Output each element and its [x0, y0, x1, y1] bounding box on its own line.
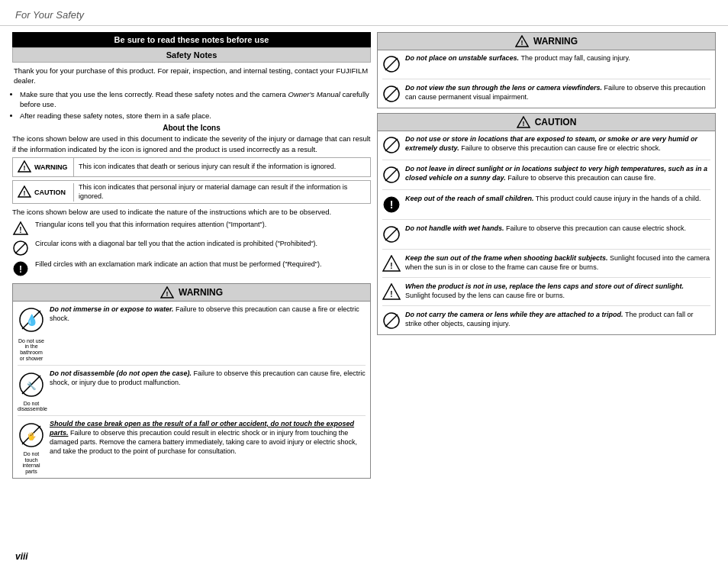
bullet-1: Make sure that you use the lens correctl…	[20, 89, 371, 110]
svg-text:💧: 💧	[25, 314, 39, 327]
left-warn-item-3: 🖐 Do not touch internal parts Should the…	[18, 419, 366, 475]
right-caution-triangle-icon: !	[517, 116, 530, 128]
caution-icon-label: ! CAUTION	[13, 183, 74, 202]
left-warning-label: WARNING	[179, 287, 223, 298]
keep-away-children-icon: !	[382, 195, 401, 215]
bullet-2: After reading these safety notes, store …	[20, 111, 371, 121]
right-caution-text-2: Do not leave in direct sunlight or in lo…	[405, 164, 710, 182]
right-warn-text-1: Do not place on unstable surfaces. The p…	[405, 53, 630, 63]
safety-intro: Thank you for your purchase of this prod…	[12, 63, 371, 88]
filled-desc: Filled circles with an exclamation mark …	[35, 260, 322, 269]
left-warn-text-2: Do not disassemble (do not open the case…	[50, 369, 366, 387]
warning-icon-row: ! WARNING This icon indicates that death…	[12, 157, 371, 177]
triangle-icon-caution: !	[18, 185, 31, 199]
left-warn-text-1: Do not immerse in or expose to water. Fa…	[50, 305, 366, 323]
exclaim-circle-symbol: !	[12, 260, 29, 279]
caution-icon-row: ! CAUTION This icon indicates that perso…	[12, 180, 371, 204]
circular-desc: Circular icons with a diagonal bar tell …	[35, 240, 317, 249]
right-caution-item-6: ! When the product is not in use, replac…	[382, 282, 710, 306]
svg-text:!: !	[24, 164, 26, 172]
right-column: ! WARNING Do not place on unstable surfa…	[377, 32, 716, 479]
right-caution-item-4: Do not handle with wet hands. Failure to…	[382, 224, 710, 250]
right-caution-text-3: Keep out of the reach of small children.…	[405, 194, 701, 203]
svg-text:!: !	[166, 290, 169, 298]
left-column: Be sure to read these notes before use S…	[12, 32, 371, 479]
safety-notes-header: Safety Notes	[12, 47, 371, 63]
svg-line-24	[385, 58, 398, 70]
right-caution-item-2: Do not leave in direct sunlight or in lo…	[382, 164, 710, 190]
warning-label: WARNING	[34, 163, 68, 171]
warning-icon-desc: This icon indicates that death or seriou…	[74, 160, 340, 174]
right-caution-header: ! CAUTION	[377, 113, 716, 131]
right-caution-item-1: Do not use or store in locations that ar…	[382, 134, 710, 160]
triangular-desc: Triangular icons tell you that this info…	[35, 221, 266, 230]
right-caution-text-6: When the product is not in use, replace …	[405, 282, 710, 300]
safety-bullets: Make sure that you use the lens correctl…	[12, 89, 371, 121]
caution-icon-desc: This icon indicates that personal injury…	[74, 181, 370, 203]
no-sunlight-store-icon	[382, 166, 401, 185]
svg-line-42	[385, 315, 398, 327]
no-humid-icon	[382, 136, 401, 156]
backlit-warning-icon: !	[382, 255, 401, 273]
right-warning-label: WARNING	[533, 36, 578, 47]
about-icons-heading: About the Icons	[12, 124, 371, 132]
no-wet-hands-icon	[382, 225, 401, 245]
svg-text:!: !	[522, 120, 524, 127]
svg-line-30	[385, 139, 398, 151]
svg-line-7	[15, 243, 26, 253]
no-tripod-carry-icon	[382, 311, 401, 331]
right-warn-text-2: Do not view the sun through the lens or …	[405, 83, 710, 102]
left-warn-text-3: Should the case break open as the result…	[50, 419, 366, 456]
svg-text:!: !	[390, 290, 392, 298]
page-header: For Your Safety	[0, 0, 728, 26]
right-caution-item-3: ! Keep out of the reach of small childre…	[382, 194, 710, 220]
right-warning-content: Do not place on unstable surfaces. The p…	[377, 50, 716, 108]
svg-text:!: !	[521, 39, 523, 47]
right-warning-header: ! WARNING	[377, 32, 716, 50]
triangle-symbol: !	[12, 221, 29, 237]
svg-text:🖐: 🖐	[27, 431, 37, 441]
caution-label: CAUTION	[34, 189, 66, 196]
icons-nature-intro: The icons shown below are used to indica…	[12, 207, 371, 217]
right-caution-item-7: Do not carry the camera or lens while th…	[382, 310, 710, 331]
about-icons-intro: The icons shown below are used in this d…	[12, 134, 371, 154]
no-touch-icon: 🖐 Do not touch internal parts	[18, 421, 45, 475]
right-caution-item-5: ! Keep the sun out of the frame when sho…	[382, 253, 710, 278]
left-warning-content: 💧 Do not use in the bathroom or shower D…	[12, 301, 371, 479]
no-unstable-icon	[382, 55, 401, 75]
triangular-icon-row: ! Triangular icons tell you that this in…	[12, 221, 371, 237]
svg-text:🔧: 🔧	[27, 381, 37, 391]
right-caution-label: CAUTION	[535, 117, 577, 127]
svg-line-36	[385, 228, 398, 240]
left-warn-item-2: 🔧 Do not disassemble Do not disassemble …	[18, 369, 366, 416]
right-caution-text-5: Keep the sun out of the frame when shoot…	[405, 253, 710, 272]
right-caution-text-7: Do not carry the camera or lens while th…	[405, 310, 710, 328]
no-water-icon: 💧 Do not use in the bathroom or shower	[18, 306, 45, 362]
circular-icon-row: Circular icons with a diagonal bar tell …	[12, 240, 371, 258]
warning-triangle-icon: !	[160, 286, 174, 298]
left-warning-header: ! WARNING	[12, 283, 371, 301]
right-caution-text-4: Do not handle with wet hands. Failure to…	[405, 224, 686, 233]
svg-line-32	[385, 169, 398, 181]
right-caution-content: Do not use or store in locations that ar…	[377, 131, 716, 335]
circle-slash-symbol	[12, 240, 29, 258]
right-caution-text-1: Do not use or store in locations that ar…	[405, 134, 710, 153]
svg-text:!: !	[19, 226, 21, 234]
svg-text:!: !	[390, 198, 394, 211]
right-warning-triangle-icon: !	[515, 35, 529, 47]
triangle-icon-warning: !	[18, 160, 31, 174]
no-sun-view-icon	[382, 85, 401, 105]
lens-caps-warning-icon: !	[382, 283, 401, 302]
page-number: viii	[15, 551, 28, 562]
left-warn-item-1: 💧 Do not use in the bathroom or shower D…	[18, 305, 366, 366]
filled-circle-icon-row: ! Filled circles with an exclamation mar…	[12, 260, 371, 279]
right-warn-item-2: Do not view the sun through the lens or …	[382, 83, 710, 105]
no-disassemble-icon: 🔧 Do not disassemble	[18, 370, 45, 412]
svg-text:!: !	[19, 264, 22, 275]
right-warn-item-1: Do not place on unstable surfaces. The p…	[382, 53, 710, 79]
svg-line-26	[385, 88, 398, 100]
main-header: Be sure to read these notes before use	[12, 32, 371, 47]
svg-text:!: !	[24, 189, 26, 197]
svg-text:!: !	[390, 262, 392, 270]
warning-icon-label: ! WARNING	[13, 158, 74, 176]
